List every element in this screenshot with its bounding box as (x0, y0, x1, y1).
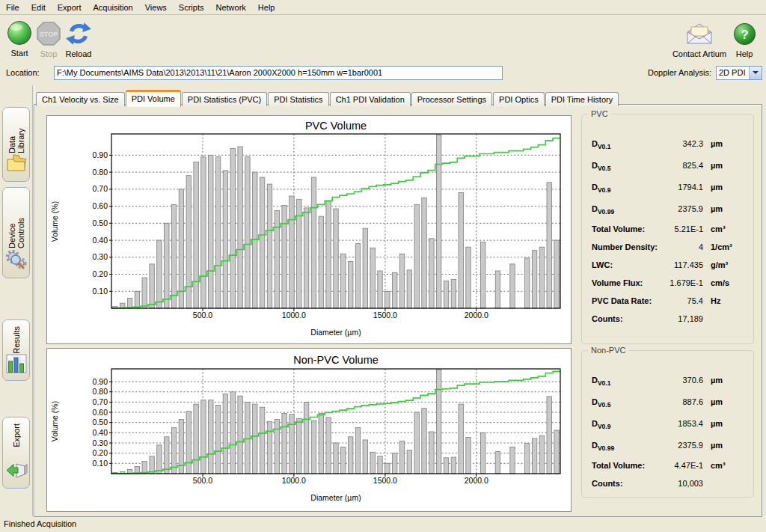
stat-value: 1853.4 (628, 413, 703, 435)
help-icon: ? (733, 19, 756, 48)
tab-pdi-time-history[interactable]: PDI Time History (545, 92, 619, 106)
sidebar-item-label: Export (12, 424, 21, 447)
sidebar-item-label: Device Controls (7, 194, 25, 248)
svg-text:0.40: 0.40 (93, 428, 108, 437)
stat-unit: cm³ (711, 220, 726, 238)
stat-row: Total Volume:4.47E-1cm³ (582, 456, 753, 474)
svg-text:0.20: 0.20 (93, 448, 108, 457)
stat-value: 17,189 (628, 310, 703, 328)
stat-row: Volume Flux:1.679E-1cm/s (582, 274, 753, 292)
svg-text:?: ? (741, 27, 748, 41)
stat-unit: g/m³ (711, 256, 728, 274)
menu-item-help[interactable]: Help (252, 1, 281, 13)
stat-label: Counts: (592, 310, 623, 328)
svg-text:0.80: 0.80 (93, 168, 108, 177)
stat-value: 1794.1 (628, 177, 703, 198)
histogram-bars (113, 370, 560, 474)
location-input[interactable]: F:\My Documents\AIMS Data\2013\2013\11\2… (54, 66, 503, 80)
status-bar: Finished Acquisition (0, 517, 766, 532)
svg-text:STOP: STOP (40, 31, 58, 38)
stat-row: DV0.91794.1µm (582, 177, 753, 198)
svg-text:0.50: 0.50 (93, 418, 108, 426)
stop-button: STOP Stop (36, 19, 61, 58)
menu-item-scripts[interactable]: Scripts (173, 1, 210, 13)
export-icon (5, 460, 28, 483)
menu-item-edit[interactable]: Edit (25, 1, 52, 13)
stat-unit: µm (711, 391, 723, 413)
location-row: Location: F:\My Documents\AIMS Data\2013… (0, 64, 766, 84)
svg-text:0.70: 0.70 (93, 397, 108, 406)
stat-row: Number Density:41/cm³ (582, 238, 753, 256)
reload-button-label: Reload (66, 49, 92, 58)
svg-text:0.20: 0.20 (93, 269, 108, 278)
stat-value: 1.679E-1 (628, 274, 703, 292)
stat-unit: µm (711, 198, 723, 220)
menu-item-file[interactable]: File (0, 1, 25, 13)
menu-item-network[interactable]: Network (209, 1, 251, 13)
svg-text:0.40: 0.40 (93, 236, 108, 245)
stat-row: Counts:10,003 (582, 474, 753, 492)
sidebar-item-results[interactable]: Results (2, 319, 30, 381)
sidebar-item-data-library[interactable]: Data Library (2, 107, 30, 182)
stat-value: 5.21E-1 (628, 220, 703, 238)
svg-text:0.80: 0.80 (93, 387, 108, 396)
stat-unit: µm (711, 435, 723, 456)
contact-artium-button[interactable]: Contact Artium (670, 19, 729, 58)
svg-text:0.10: 0.10 (93, 459, 108, 468)
stat-value: 117.435 (628, 256, 703, 274)
tab-pdi-volume[interactable]: PDI Volume (126, 90, 181, 107)
svg-text:2000.0: 2000.0 (465, 311, 488, 319)
stat-row: DV0.992375.9µm (582, 198, 753, 220)
help-button-label: Help (736, 49, 753, 58)
tab-strip: Ch1 Velocity vs. SizePDI VolumePDI Stati… (36, 89, 619, 105)
stat-unit: Hz (711, 292, 720, 310)
stat-unit: µm (711, 177, 723, 198)
stat-value: 2375.9 (628, 198, 703, 220)
x-axis-label: Diameter (µm) (310, 493, 361, 502)
start-icon (6, 19, 33, 47)
doppler-analysis-value: 2D PDI (719, 68, 745, 77)
svg-text:0.50: 0.50 (93, 218, 108, 227)
tab-ch1-velocity-vs-size[interactable]: Ch1 Velocity vs. Size (36, 92, 125, 106)
sidebar-item-export[interactable]: Export (2, 417, 30, 489)
envelope-icon (685, 19, 714, 48)
stat-unit: cm³ (711, 456, 726, 474)
stat-unit: µm (711, 133, 723, 155)
svg-text:0.10: 0.10 (93, 287, 108, 296)
tab-pdi-statistics[interactable]: PDI Statistics (268, 92, 328, 106)
stop-icon: STOP (36, 19, 61, 48)
stat-value: 4.47E-1 (628, 456, 703, 474)
chevron-down-icon[interactable] (749, 67, 762, 79)
start-button[interactable]: Start (6, 19, 33, 58)
nonpvc-stats-list: DV0.1370.6µmDV0.5887.6µmDV0.91853.4µmDV0… (582, 351, 753, 492)
stat-unit: µm (711, 370, 723, 391)
menu-item-acquisition[interactable]: Acquisition (88, 1, 139, 13)
stat-unit: cm/s (711, 274, 729, 292)
svg-text:1000.0: 1000.0 (282, 311, 306, 319)
results-icon (6, 354, 27, 376)
start-button-label: Start (10, 49, 28, 58)
stat-row: Counts:17,189 (582, 310, 753, 328)
tab-pdi-statistics-pvc[interactable]: PDI Statistics (PVC) (182, 92, 267, 106)
chart-title: Non-PVC Volume (293, 354, 379, 366)
pvc-stats-list: DV0.1342.3µmDV0.5825.4µmDV0.91794.1µmDV0… (582, 114, 753, 328)
menu-item-views[interactable]: Views (139, 1, 173, 13)
nonpvc-stats-group: Non-PVC DV0.1370.6µmDV0.5887.6µmDV0.9185… (581, 350, 754, 498)
y-axis-label: Volume (%) (50, 201, 59, 242)
menu-item-export[interactable]: Export (52, 1, 88, 13)
sidebar-item-device-controls[interactable]: Device Controls (2, 187, 30, 278)
pvc-volume-chart: 0.100.200.300.400.500.600.700.800.90500.… (46, 115, 572, 344)
svg-text:0.60: 0.60 (93, 201, 108, 210)
x-axis-label: Diameter (µm) (310, 328, 361, 337)
doppler-analysis-select[interactable]: 2D PDI (716, 66, 762, 80)
tab-pdi-optics[interactable]: PDI Optics (493, 92, 545, 106)
sidebar-item-label: Data Library (7, 114, 25, 153)
reload-icon (64, 19, 93, 48)
stat-label: LWC: (592, 256, 613, 274)
help-button[interactable]: ? Help (732, 19, 757, 58)
stat-label: Counts: (592, 474, 623, 492)
tab-ch1-pdi-validation[interactable]: Ch1 PDI Validation (330, 92, 411, 106)
reload-button[interactable]: Reload (64, 19, 93, 58)
tab-processor-settings[interactable]: Processor Settings (411, 92, 492, 106)
svg-text:0.90: 0.90 (93, 150, 108, 159)
